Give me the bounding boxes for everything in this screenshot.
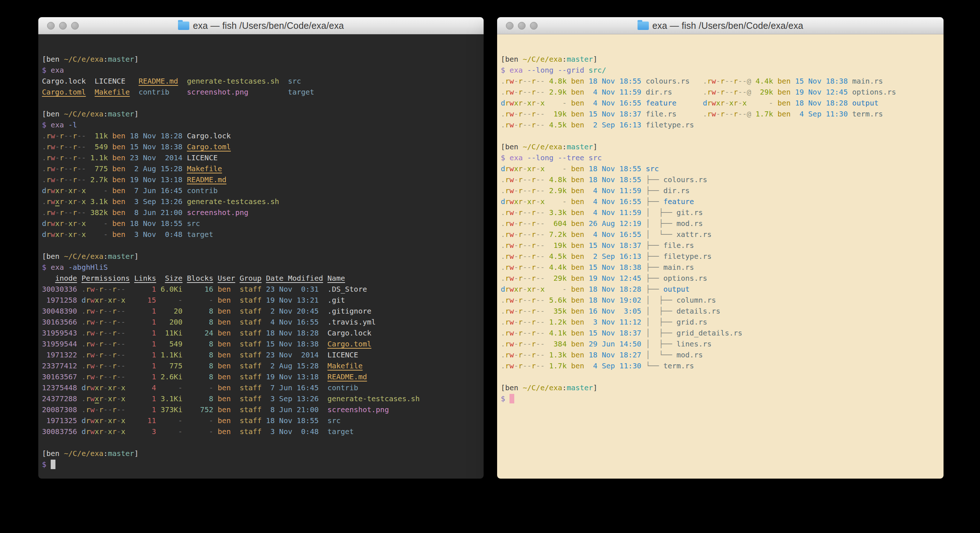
terminal-line: .rw-r--r-- 1.2k ben 3 Nov 11:12 │ ├── gr… (501, 316, 943, 327)
terminal-line: [ben ~/C/e/exa:master] (42, 251, 484, 262)
terminal-line: .rw-r--r-- 1.1k ben 23 Nov 2014 LICENCE (42, 152, 484, 163)
terminal-line: 20087308 .rw-r--r-- 1 373Ki 752 ben staf… (42, 404, 484, 415)
minimize-button[interactable] (518, 22, 525, 30)
terminal-line: 30048390 .rw-r--r-- 1 20 8 ben staff 2 N… (42, 306, 484, 316)
terminal-line: 1971258 drwxr-xr-x 15 - - ben staff 19 N… (42, 295, 484, 306)
terminal-line: drwxr-xr-x - ben 18 Nov 18:55 src (42, 218, 484, 229)
terminal-line: 31959544 .rw-r--r-- 1 549 8 ben staff 15… (42, 338, 484, 349)
desktop: { "page": {"background": "#000000"}, "wi… (0, 0, 980, 533)
terminal-line: .rw-r--r-- 4.8k ben 18 Nov 18:55 ├── col… (501, 174, 943, 185)
terminal-cursor (509, 394, 514, 404)
terminal-line: .rw-r--r-- 2.7k ben 19 Nov 13:18 README.… (42, 174, 484, 185)
terminal-output-right[interactable]: [ben ~/C/e/exa:master]$ exa --long --gri… (497, 34, 943, 479)
terminal-line: .rw-r--r-- 384 ben 29 Jun 14:50 │ ├── li… (501, 338, 943, 349)
terminal-line: .rw-r--r-- 1.7k ben 4 Sep 11:30 └── term… (501, 360, 943, 371)
terminal-line: 30163567 .rw-r--r-- 1 2.6Ki 8 ben staff … (42, 371, 484, 382)
terminal-line: Cargo.lock LICENCE README.md generate-te… (42, 75, 484, 86)
terminal-line: $ (501, 393, 943, 404)
terminal-line: .rw-r--r-- 19k ben 15 Nov 18:37 ├── file… (501, 240, 943, 251)
terminal-line: .rw-r--r-- 19k ben 15 Nov 18:37 file.rs … (501, 109, 943, 120)
terminal-line: $ exa (42, 65, 484, 75)
terminal-line (42, 240, 484, 251)
terminal-line: inode Permissions Links Size Blocks User… (42, 273, 484, 284)
terminal-line: drwxr-xr-x - ben 4 Nov 16:55 feature drw… (501, 97, 943, 109)
terminal-line: drwxr-xr-x - ben 7 Jun 16:45 contrib (42, 185, 484, 196)
terminal-line (501, 130, 943, 141)
terminal-line: 23377412 .rw-r--r-- 1 775 8 ben staff 2 … (42, 360, 484, 371)
terminal-line: 30083756 drwxr-xr-x 3 - - ben staff 3 No… (42, 426, 484, 437)
terminal-line: $ exa -l (42, 120, 484, 130)
close-button[interactable] (47, 22, 55, 30)
terminal-line: [ben ~/C/e/exa:master] (501, 54, 943, 65)
minimize-button[interactable] (59, 22, 67, 30)
terminal-window-left: exa — fish /Users/ben/Code/exa/exa [ben … (38, 17, 484, 479)
terminal-line: .rw-r--r-- 5.6k ben 18 Nov 19:02 │ ├── c… (501, 295, 943, 306)
terminal-line: .rw-r--r-- 4.5k ben 2 Sep 16:13 filetype… (501, 120, 943, 130)
terminal-line: .rw-r--r-- 7.2k ben 4 Nov 16:55 │ └── xa… (501, 229, 943, 240)
window-title: exa — fish /Users/ben/Code/exa/exa (652, 21, 803, 31)
terminal-line: .rw-r--r-- 775 ben 2 Aug 15:28 Makefile (42, 163, 484, 174)
terminal-line: $ exa -abghHliS (42, 262, 484, 273)
terminal-line: 12375448 drwxr-xr-x 4 - - ben staff 7 Ju… (42, 382, 484, 393)
title-group: exa — fish /Users/ben/Code/exa/exa (178, 21, 344, 31)
terminal-cursor (51, 460, 56, 469)
terminal-line: .rw-r--r-- 1.3k ben 18 Nov 18:27 │ └── m… (501, 349, 943, 360)
folder-icon (178, 22, 189, 30)
terminal-line: .rw-r--r-- 382k ben 8 Jun 21:00 screensh… (42, 207, 484, 218)
terminal-line: .rw-r--r-- 29k ben 19 Nov 12:45 ├── opti… (501, 273, 943, 284)
terminal-line: 1971325 drwxr-xr-x 11 - - ben staff 18 N… (42, 415, 484, 426)
terminal-line: $ exa --long --grid src/ (501, 65, 943, 75)
terminal-line: .rw-r--r-- 2.9k ben 4 Nov 11:59 dir.rs .… (501, 86, 943, 97)
zoom-button[interactable] (530, 22, 538, 30)
terminal-line: 31959543 .rw-r--r-- 1 11Ki 24 ben staff … (42, 327, 484, 338)
terminal-line: drwxr-xr-x - ben 18 Nov 18:55 src (501, 163, 943, 174)
window-title: exa — fish /Users/ben/Code/exa/exa (193, 21, 344, 31)
terminal-line: .rw-r--r-- 549 ben 15 Nov 18:38 Cargo.to… (42, 141, 484, 152)
terminal-output-left[interactable]: [ben ~/C/e/exa:master]$ exaCargo.lock LI… (38, 34, 484, 479)
terminal-line: 30030336 .rw-r--r-- 1 6.0Ki 16 ben staff… (42, 284, 484, 295)
terminal-line: [ben ~/C/e/exa:master] (42, 54, 484, 65)
terminal-line: drwxr-xr-x - ben 18 Nov 18:28 ├── output (501, 284, 943, 295)
titlebar[interactable]: exa — fish /Users/ben/Code/exa/exa (38, 17, 484, 34)
title-group: exa — fish /Users/ben/Code/exa/exa (638, 21, 803, 31)
terminal-line: Cargo.toml Makefile contrib screenshot.p… (42, 86, 484, 97)
terminal-line: 1971322 .rw-r--r-- 1 1.1Ki 8 ben staff 2… (42, 349, 484, 360)
terminal-line: drwxr-xr-x - ben 3 Nov 0:48 target (42, 229, 484, 240)
terminal-line: .rw-r--r-- 35k ben 16 Nov 3:05 │ ├── det… (501, 306, 943, 316)
terminal-line: .rw-r--r-- 604 ben 26 Aug 12:19 │ ├── mo… (501, 218, 943, 229)
traffic-lights (47, 17, 79, 34)
terminal-line: [ben ~/C/e/exa:master] (42, 109, 484, 120)
terminal-window-right: exa — fish /Users/ben/Code/exa/exa [ben … (497, 17, 943, 479)
terminal-line: .rw-r--r-- 4.8k ben 18 Nov 18:55 colours… (501, 75, 943, 86)
close-button[interactable] (506, 22, 514, 30)
terminal-line: 30163566 .rw-r--r-- 1 200 8 ben staff 4 … (42, 316, 484, 327)
terminal-line: .rw-r--r-- 4.5k ben 2 Sep 16:13 ├── file… (501, 251, 943, 262)
terminal-line: 24377288 .rwxr-xr-x 1 3.1Ki 8 ben staff … (42, 393, 484, 404)
titlebar[interactable]: exa — fish /Users/ben/Code/exa/exa (497, 17, 943, 34)
terminal-line: .rw-r--r-- 4.4k ben 15 Nov 18:38 ├── mai… (501, 262, 943, 273)
terminal-line: .rw-r--r-- 4.1k ben 15 Nov 18:37 │ ├── g… (501, 327, 943, 338)
terminal-line: [ben ~/C/e/exa:master] (501, 141, 943, 152)
terminal-line: .rwxr-xr-x 3.1k ben 3 Sep 13:26 generate… (42, 196, 484, 207)
terminal-line: $ (42, 459, 484, 470)
terminal-line: .rw-r--r-- 11k ben 18 Nov 18:28 Cargo.lo… (42, 130, 484, 141)
terminal-line (42, 437, 484, 448)
folder-icon (638, 22, 649, 30)
terminal-line: [ben ~/C/e/exa:master] (501, 382, 943, 393)
terminal-line: [ben ~/C/e/exa:master] (42, 448, 484, 459)
terminal-line (42, 97, 484, 109)
terminal-line: .rw-r--r-- 2.9k ben 4 Nov 11:59 ├── dir.… (501, 185, 943, 196)
traffic-lights (506, 17, 538, 34)
terminal-line (501, 371, 943, 382)
terminal-line: .rw-r--r-- 3.3k ben 4 Nov 11:59 │ ├── gi… (501, 207, 943, 218)
terminal-line: $ exa --long --tree src (501, 152, 943, 163)
zoom-button[interactable] (71, 22, 79, 30)
terminal-line: drwxr-xr-x - ben 4 Nov 16:55 ├── feature (501, 196, 943, 207)
